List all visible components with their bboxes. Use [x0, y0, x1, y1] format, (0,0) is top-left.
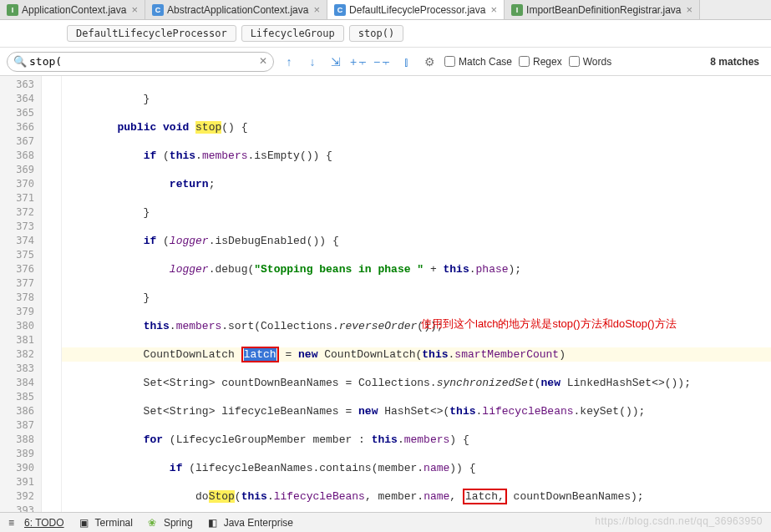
code-editor[interactable]: 363 364 365 366 367 368 369 370 371 372 …: [0, 76, 771, 527]
tab-import-bean-definition-registrar[interactable]: I ImportBeanDefinitionRegistrar.java ×: [505, 0, 700, 19]
interface-icon: I: [511, 4, 523, 16]
find-input-wrapper: 🔍 ✕: [7, 52, 274, 72]
java-ee-icon: ◧: [208, 517, 220, 529]
editor-tabs: I ApplicationContext.java × C AbstractAp…: [0, 0, 771, 20]
marker-column: [42, 76, 62, 527]
tab-default-lifecycle-processor[interactable]: C DefaultLifecycleProcessor.java ×: [327, 0, 505, 19]
tab-label: ImportBeanDefinitionRegistrar.java: [526, 4, 681, 16]
add-selection-button[interactable]: +⫟: [351, 53, 368, 70]
search-icon: 🔍: [13, 55, 27, 68]
todo-tool-button[interactable]: ≡6: TODO: [8, 517, 64, 529]
close-icon[interactable]: ×: [687, 3, 693, 16]
remove-selection-button[interactable]: −⫟: [374, 53, 391, 70]
code-area[interactable]: } public void stop() { if (this.members.…: [62, 76, 771, 527]
terminal-tool-button[interactable]: ▣Terminal: [79, 517, 133, 529]
close-icon[interactable]: ×: [490, 3, 497, 16]
breadcrumb-method[interactable]: stop(): [349, 25, 403, 42]
breadcrumb-inner-class[interactable]: LifecycleGroup: [241, 25, 344, 42]
find-settings-button[interactable]: ⚙: [421, 53, 438, 70]
class-icon: C: [152, 4, 164, 16]
find-input[interactable]: [7, 52, 274, 72]
todo-icon: ≡: [8, 517, 20, 529]
spring-icon: ❀: [148, 517, 160, 529]
tab-application-context[interactable]: I ApplicationContext.java ×: [0, 0, 145, 19]
select-all-button[interactable]: ⇲: [327, 53, 344, 70]
breadcrumb-class[interactable]: DefaultLifecycleProcessor: [67, 25, 236, 42]
find-bar: 🔍 ✕ ↑ ↓ ⇲ +⫟ −⫟ ⫿ ⚙ Match Case Regex Wor…: [0, 48, 771, 76]
watermark: https://blog.csdn.net/qq_36963950: [595, 515, 763, 527]
prev-match-button[interactable]: ↑: [281, 53, 297, 70]
line-gutter: 363 364 365 366 367 368 369 370 371 372 …: [0, 76, 42, 527]
tab-label: ApplicationContext.java: [22, 4, 126, 16]
match-case-checkbox[interactable]: Match Case: [444, 56, 512, 68]
regex-checkbox[interactable]: Regex: [519, 56, 562, 68]
tab-label: AbstractApplicationContext.java: [167, 4, 308, 16]
terminal-icon: ▣: [79, 517, 91, 529]
interface-icon: I: [7, 4, 18, 16]
annotation-text: 使用到这个latch的地方就是stop()方法和doStop()方法: [421, 317, 677, 331]
tab-abstract-application-context[interactable]: C AbstractApplicationContext.java ×: [145, 0, 327, 19]
close-icon[interactable]: ×: [313, 3, 320, 16]
clear-icon[interactable]: ✕: [259, 55, 267, 67]
select-all-occurrences-button[interactable]: ⫿: [398, 53, 414, 70]
class-icon: C: [334, 4, 346, 16]
match-count: 8 matches: [710, 56, 764, 68]
close-icon[interactable]: ×: [131, 3, 138, 16]
next-match-button[interactable]: ↓: [304, 53, 321, 70]
tab-label: DefaultLifecycleProcessor.java: [349, 4, 485, 16]
java-ee-tool-button[interactable]: ◧Java Enterprise: [208, 517, 293, 529]
spring-tool-button[interactable]: ❀Spring: [148, 517, 193, 529]
words-checkbox[interactable]: Words: [569, 56, 611, 68]
breadcrumb: DefaultLifecycleProcessor LifecycleGroup…: [0, 20, 771, 48]
